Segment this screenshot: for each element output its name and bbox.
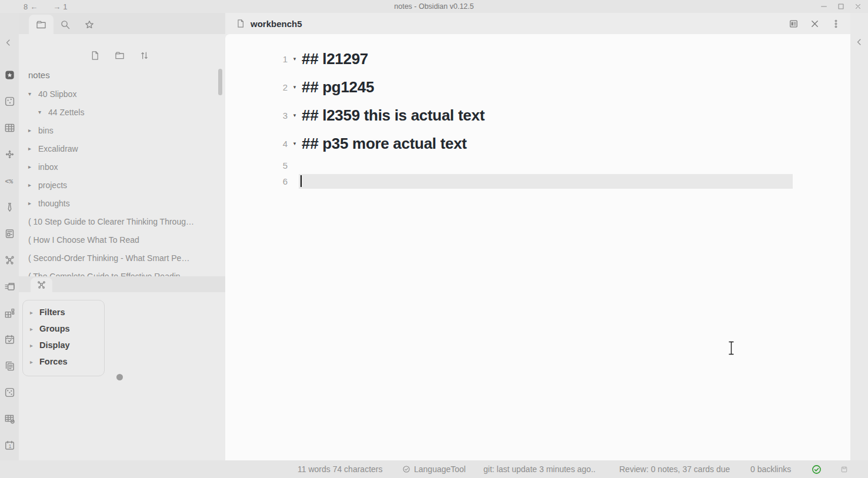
explorer-scrollbar[interactable]: [218, 69, 222, 95]
tree-folder-row[interactable]: ▸inbox: [19, 158, 225, 176]
folder-button[interactable]: [113, 49, 126, 62]
expand-arrow-icon[interactable]: ▸: [28, 163, 38, 170]
gutter: 2▾: [225, 82, 302, 92]
svg-text:1: 1: [8, 443, 11, 449]
languagetool-label: LanguageTool: [414, 460, 466, 478]
ribbon-blocks-grid-button[interactable]: [4, 307, 15, 319]
ribbon-star-card-button[interactable]: [4, 69, 15, 81]
line-text: ## pg1245: [302, 78, 374, 96]
expand-right-sidebar-icon[interactable]: [855, 38, 864, 46]
ribbon-graph-nodes-button[interactable]: [4, 255, 15, 266]
git-status[interactable]: git: last update 3 minutes ago..: [483, 460, 596, 478]
text-cursor: [301, 175, 302, 187]
editor-line-5[interactable]: 5: [225, 158, 850, 173]
tree-folder-row[interactable]: ▸Excalidraw: [19, 139, 225, 158]
new-file-button[interactable]: [88, 49, 102, 62]
line-number: 6: [225, 176, 288, 186]
editor-line-2[interactable]: 2▾## pg1245: [225, 73, 850, 101]
graph-node[interactable]: [116, 374, 123, 380]
fold-arrow-icon[interactable]: ▾: [288, 84, 302, 90]
expand-arrow-icon[interactable]: ▸: [28, 182, 38, 188]
ribbon-move-arrows-button[interactable]: [4, 149, 15, 160]
tree-file-row[interactable]: ( How I Choose What To Read: [19, 230, 225, 249]
fold-arrow-icon[interactable]: ▾: [288, 56, 302, 62]
tree-folder-row[interactable]: ▾44 Zettels: [19, 103, 225, 121]
ribbon-calendar-check-button[interactable]: [4, 334, 15, 345]
editor-pane[interactable]: 1▾## l212972▾## pg12453▾## l2359 this is…: [225, 34, 850, 460]
active-line-highlight: [299, 174, 793, 189]
ribbon-table-button[interactable]: [4, 122, 15, 133]
editor-line-3[interactable]: 3▾## l2359 this is actual text: [225, 101, 850, 129]
review-status[interactable]: Review: 0 notes, 37 cards due: [619, 460, 730, 478]
left-ribbon: <%1: [0, 13, 19, 460]
ribbon-calendar-one-button[interactable]: 1: [4, 440, 15, 451]
graph-nodes-icon: [36, 280, 46, 290]
expand-arrow-icon[interactable]: ▸: [28, 145, 38, 152]
fold-arrow-icon[interactable]: ▾: [288, 141, 302, 146]
collapse-arrow-icon[interactable]: ▾: [38, 109, 48, 115]
ribbon-copy-documents-button[interactable]: [4, 360, 15, 372]
ribbon-stacked-files-button[interactable]: [4, 281, 15, 292]
editor-line-4[interactable]: 4▾## p35 more actual text: [225, 129, 850, 158]
line-number: 5: [225, 161, 288, 171]
tree-item-label: thoughts: [38, 199, 78, 208]
sort-button[interactable]: [138, 49, 151, 62]
collapse-left-sidebar-icon[interactable]: [4, 38, 13, 47]
editor-line-1[interactable]: 1▾## l21297: [225, 45, 850, 73]
graph-section-label: Display: [39, 340, 70, 350]
gutter: 5: [225, 161, 302, 171]
fold-arrow-icon[interactable]: ▾: [288, 112, 302, 118]
tree-file-row[interactable]: ( 10 Step Guide to Clearer Thinking Thro…: [19, 212, 225, 230]
collapse-arrow-icon[interactable]: ▾: [28, 91, 38, 97]
graph-section-filters[interactable]: ▸Filters: [23, 304, 104, 320]
tree-item-label: ( How I Choose What To Read: [28, 235, 148, 245]
tree-folder-row[interactable]: ▾40 Slipbox: [19, 85, 225, 103]
tree-folder-row[interactable]: ▸projects: [19, 176, 225, 194]
editor-line-6[interactable]: 6: [225, 173, 850, 189]
vault-name[interactable]: notes: [19, 65, 225, 85]
forward-arrow-icon[interactable]: →: [53, 2, 61, 11]
graph-tab-strip: [19, 276, 225, 292]
graph-section-display[interactable]: ▸Display: [23, 337, 104, 353]
ribbon-dice-button[interactable]: [4, 96, 15, 107]
tree-item-label: inbox: [38, 162, 66, 172]
more-options-icon[interactable]: [831, 19, 841, 29]
sidebar-tab-search[interactable]: [53, 15, 78, 34]
tree-folder-row[interactable]: ▸thoughts: [19, 194, 225, 212]
languagetool-status[interactable]: LanguageTool: [402, 460, 466, 478]
history-forward-count: 1: [63, 2, 67, 11]
expand-arrow-icon[interactable]: ▸: [28, 127, 38, 133]
reading-mode-icon[interactable]: [789, 19, 799, 29]
tree-item-label: ( Second-Order Thinking - What Smart Pe…: [28, 253, 198, 263]
ribbon-code-percent-button[interactable]: <%: [4, 175, 15, 186]
tree-file-row[interactable]: ( The Complete Guide to Effective Readin…: [19, 267, 225, 276]
graph-section-groups[interactable]: ▸Groups: [23, 320, 104, 337]
status-ok-indicator[interactable]: [812, 460, 822, 478]
sidebar-tab-star[interactable]: [77, 15, 102, 34]
file-tree: ▾40 Slipbox▾44 Zettels▸bins▸Excalidraw▸i…: [19, 85, 225, 276]
close-tab-icon[interactable]: [810, 19, 820, 29]
ribbon-tie-button[interactable]: [4, 202, 15, 213]
backlinks-count[interactable]: 0 backlinks: [750, 460, 791, 478]
sort-icon: [139, 51, 149, 61]
graph-view-tab[interactable]: [31, 278, 52, 292]
move-arrows-icon: [4, 149, 15, 160]
tree-folder-row[interactable]: ▸bins: [19, 121, 225, 139]
graph-section-label: Groups: [39, 324, 70, 333]
left-sidebar: notes ▾40 Slipbox▾44 Zettels▸bins▸Excali…: [19, 13, 225, 460]
tree-file-row[interactable]: ( Second-Order Thinking - What Smart Pe…: [19, 249, 225, 267]
back-arrow-icon[interactable]: ←: [30, 2, 38, 11]
expand-arrow-icon: ▸: [30, 359, 39, 365]
expand-arrow-icon[interactable]: ▸: [28, 200, 38, 206]
close-window-icon[interactable]: [854, 2, 862, 11]
ribbon-table-gear-button[interactable]: [4, 413, 15, 424]
editor-tab-title[interactable]: workbench5: [251, 19, 302, 29]
maximize-icon[interactable]: [837, 2, 845, 11]
save-indicator: [841, 460, 847, 478]
minimize-icon[interactable]: [820, 2, 828, 11]
ribbon-dice2-button[interactable]: [4, 387, 15, 398]
ribbon-document-gear-button[interactable]: [4, 228, 15, 239]
graph-section-forces[interactable]: ▸Forces: [23, 353, 104, 370]
sidebar-tab-folder-active[interactable]: [29, 15, 54, 34]
search-icon: [60, 19, 71, 30]
